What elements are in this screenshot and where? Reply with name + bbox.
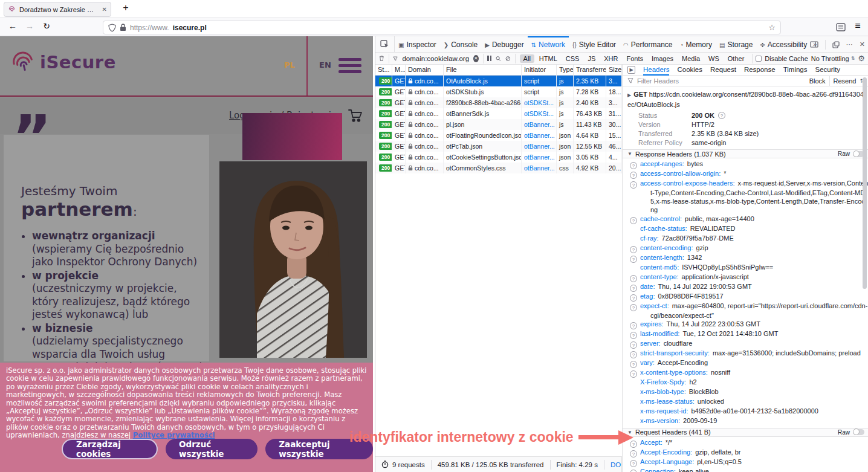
network-request-row[interactable]: 200 GET cdn.co... otFloatingRoundedIcon.… [375,130,622,141]
info-icon[interactable]: ? [630,181,637,189]
responsive-mode-icon[interactable] [810,41,818,48]
back-button[interactable]: ← [6,21,19,31]
filter-images[interactable]: Images [648,54,677,63]
info-icon[interactable]: ? [630,304,637,311]
panel-tab-request[interactable]: Request [710,65,736,76]
network-request-row[interactable]: 200 GET cdn.co... f2890bc8-88eb-4bac-a26… [375,97,622,108]
raw-toggle[interactable] [853,429,864,435]
column-header[interactable]: Initiator [522,65,557,75]
info-icon[interactable]: ? [630,351,637,358]
filter-ws[interactable]: WS [705,54,723,63]
lock-icon[interactable] [120,24,126,31]
panel-tab-response[interactable]: Response [744,65,776,76]
language-pl[interactable]: PL [284,60,295,70]
column-header[interactable]: Transferred [574,65,606,75]
info-icon[interactable]: ? [718,112,725,119]
request-url-summary[interactable]: ▶GET https://cdn.cookielaw.org/consent/f… [623,86,868,111]
resend-button[interactable]: Resend [834,77,857,85]
pause-recording-icon[interactable] [487,56,491,61]
info-icon[interactable]: ? [630,246,637,253]
cart-icon[interactable] [348,108,363,123]
network-request-row[interactable]: 200 GET cdn.co... otCookieSettingsButton… [375,152,622,163]
filter-html[interactable]: HTML [536,54,561,63]
tab-storage[interactable]: ▤ Storage [716,36,756,52]
network-request-row[interactable]: 200 GET cdn.co... OtAutoBlock.js script … [375,76,622,86]
new-tab-button[interactable]: + [118,2,133,13]
info-icon[interactable]: ? [630,361,637,368]
info-icon[interactable]: ? [630,470,637,472]
clear-filter-icon[interactable]: ✕ [473,55,479,62]
filter-media[interactable]: Media [678,54,704,63]
column-header[interactable]: Size [606,65,622,75]
tab-memory[interactable]: ◔ Memory [676,36,716,52]
block-button[interactable]: Block [809,77,826,85]
column-header[interactable]: File [444,65,522,75]
site-menu-icon[interactable] [338,58,361,76]
filter-other[interactable]: Other [724,54,748,63]
network-filter-input[interactable]: domain:cookielaw.org [402,55,469,62]
devtools-close-icon[interactable]: ✕ [860,40,865,48]
response-headers-section[interactable]: ▼ Response Headers (1.037 KB) Raw [623,149,868,158]
info-icon[interactable]: ? [630,332,637,339]
panel-toggle-icon[interactable]: ▶ [627,66,635,74]
forward-button[interactable]: → [23,21,36,31]
panel-tab-timings[interactable]: Timings [783,65,808,76]
tab-accessibility[interactable]: ✜ Accessibility [756,36,811,52]
browser-tab[interactable]: Doradztwo w Zakresie Ochrony Dany ✕ [4,2,111,17]
disable-cache-checkbox[interactable] [756,56,762,62]
site-logo[interactable]: iSecure [10,50,116,75]
tab-performance[interactable]: ◠ Performance [620,36,676,52]
network-settings-gear-icon[interactable]: ⚙ [858,54,865,63]
info-icon[interactable]: ? [630,460,637,467]
tab-console[interactable]: ❯ Console [440,36,481,52]
filter-all[interactable]: All [520,54,534,63]
filter-headers-input[interactable]: Filter Headers [637,77,806,85]
bookmark-star-icon[interactable]: ☆ [768,23,776,32]
column-header[interactable]: Domain [406,65,444,75]
info-icon[interactable]: ? [630,285,637,292]
network-request-row[interactable]: 200 GET cdn.co... otCommonStyles.css otB… [375,163,622,173]
filter-css[interactable]: CSS [562,54,583,63]
language-en[interactable]: EN [319,60,331,70]
devtools-menu-icon[interactable]: ⋯ [846,40,853,48]
info-icon[interactable]: ? [630,256,637,263]
panel-scrollbar[interactable] [863,77,867,289]
performance-stopwatch-icon[interactable] [381,461,389,468]
network-request-row[interactable]: 200 GET cdn.co... otSDKStub.js script js… [375,86,622,97]
info-icon[interactable]: ? [630,341,637,349]
block-url-icon[interactable] [505,55,511,62]
filter-xhr[interactable]: XHR [600,54,621,63]
info-icon[interactable]: ? [630,322,637,329]
clear-requests-trash-icon[interactable] [379,54,384,62]
url-bar[interactable]: https://www.isecure.pl ☆ [103,21,781,34]
network-request-row[interactable]: 200 GET cdn.co... otPcTab.json otBanner.… [375,141,622,152]
column-header[interactable]: St... [375,65,392,75]
tab-style-editor[interactable]: {} Style Editor [569,36,620,52]
info-icon[interactable]: ? [630,294,637,302]
column-header[interactable]: M... [392,65,406,75]
manage-cookies-button[interactable]: Zarządzaj cookies [62,439,158,459]
tab-inspector[interactable]: ▣ Inspector [395,36,440,52]
search-icon[interactable] [496,55,501,62]
info-icon[interactable]: ? [630,275,637,282]
info-icon[interactable]: ? [630,162,637,169]
network-request-row[interactable]: 200 GET cdn.co... pl.json otBanner... js… [375,119,622,130]
request-headers-section[interactable]: ▼ Request Headers (441 B) Raw [623,428,868,437]
tab-network[interactable]: ⇅ Network [528,36,569,52]
info-icon[interactable]: ? [630,172,637,179]
info-icon[interactable]: ? [630,370,637,378]
tab-debugger[interactable]: ▶ Debugger [481,36,527,52]
filter-js[interactable]: JS [584,54,599,63]
library-icon[interactable] [836,23,846,31]
pick-element-icon[interactable] [375,36,395,52]
reject-all-button[interactable]: Odrzuć wszystkie [166,439,257,459]
network-request-row[interactable]: 200 GET cdn.co... otBannerSdk.js otSDKSt… [375,108,622,119]
domcontentloaded-time[interactable]: DOMContentLoaded: [604,460,622,470]
panel-tab-security[interactable]: Security [815,65,841,76]
throttling-select[interactable]: No Throttling ⇅ [811,55,855,62]
info-icon[interactable]: ? [630,217,637,224]
tab-close-icon[interactable]: ✕ [102,6,107,13]
reload-button[interactable]: ↻ [40,21,53,31]
shield-icon[interactable] [108,24,116,32]
dock-side-icon[interactable] [832,41,840,48]
